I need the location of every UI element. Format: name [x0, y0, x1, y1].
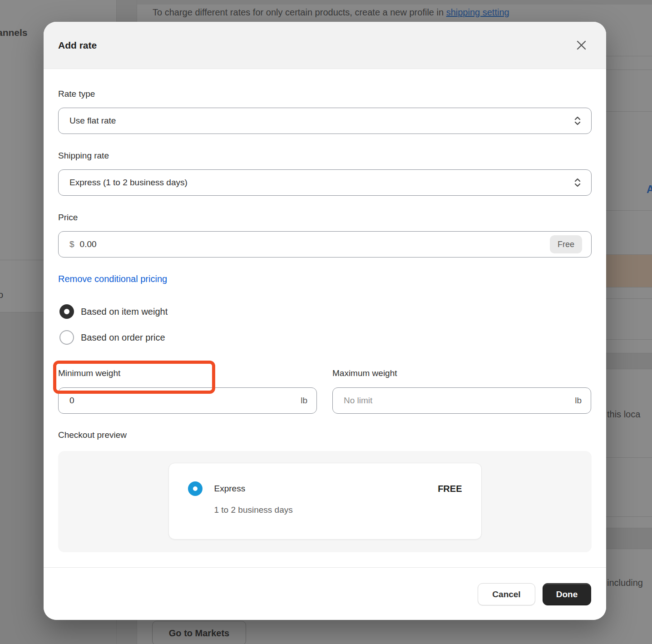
add-rate-modal: Add rate Rate type Use flat rate Shippin… [44, 22, 606, 620]
shipping-rate-select[interactable]: Express (1 to 2 business days) [58, 169, 592, 196]
maximum-weight-input[interactable]: No limit lb [332, 387, 591, 414]
radio-label: Based on item weight [81, 307, 168, 317]
modal-title: Add rate [58, 40, 97, 51]
radio-label: Based on order price [81, 332, 165, 343]
price-value: 0.00 [80, 239, 97, 249]
minimum-weight-label: Minimum weight [58, 368, 317, 379]
price-label: Price [58, 212, 592, 223]
close-icon [575, 39, 588, 51]
radio-based-on-order-price[interactable]: Based on order price [58, 327, 592, 347]
shipping-option-card: Express FREE 1 to 2 business days [168, 463, 482, 540]
checkout-preview-label: Checkout preview [58, 430, 592, 441]
shipping-rate-label: Shipping rate [58, 150, 592, 161]
close-button[interactable] [573, 38, 589, 53]
cancel-button[interactable]: Cancel [478, 583, 535, 605]
done-button[interactable]: Done [543, 583, 591, 605]
modal-header: Add rate [44, 22, 606, 69]
price-input[interactable]: $ 0.00 Free [58, 231, 592, 258]
free-badge: Free [550, 235, 582, 253]
rate-type-label: Rate type [58, 89, 592, 99]
chevron-updown-icon [573, 115, 582, 126]
maximum-weight-label: Maximum weight [332, 368, 591, 379]
radio-based-on-item-weight[interactable]: Based on item weight [58, 300, 592, 323]
maximum-weight-placeholder: No limit [344, 396, 372, 406]
shipping-option-price: FREE [438, 484, 462, 494]
minimum-weight-unit: lb [301, 396, 307, 406]
rate-type-value: Use flat rate [69, 116, 116, 126]
minimum-weight-input[interactable]: 0 lb [58, 387, 317, 414]
minimum-weight-value: 0 [69, 396, 74, 406]
chevron-updown-icon [573, 177, 582, 188]
radio-selected-icon[interactable] [59, 304, 74, 319]
shipping-rate-value: Express (1 to 2 business days) [69, 178, 188, 188]
maximum-weight-unit: lb [575, 396, 582, 406]
shipping-option-description: 1 to 2 business days [214, 505, 462, 515]
remove-conditional-pricing-link[interactable]: Remove conditional pricing [58, 273, 167, 284]
modal-footer: Cancel Done [44, 567, 606, 620]
shipping-option-name: Express [214, 484, 246, 494]
rate-type-select[interactable]: Use flat rate [58, 108, 592, 134]
modal-body: Rate type Use flat rate Shipping rate Ex… [44, 89, 606, 552]
screen: annels o To charge different rates for o… [0, 0, 652, 644]
checkout-radio-selected-icon [188, 481, 203, 496]
radio-unselected-icon[interactable] [59, 330, 74, 345]
checkout-preview-panel: Express FREE 1 to 2 business days [58, 451, 592, 552]
currency-prefix: $ [69, 239, 74, 249]
